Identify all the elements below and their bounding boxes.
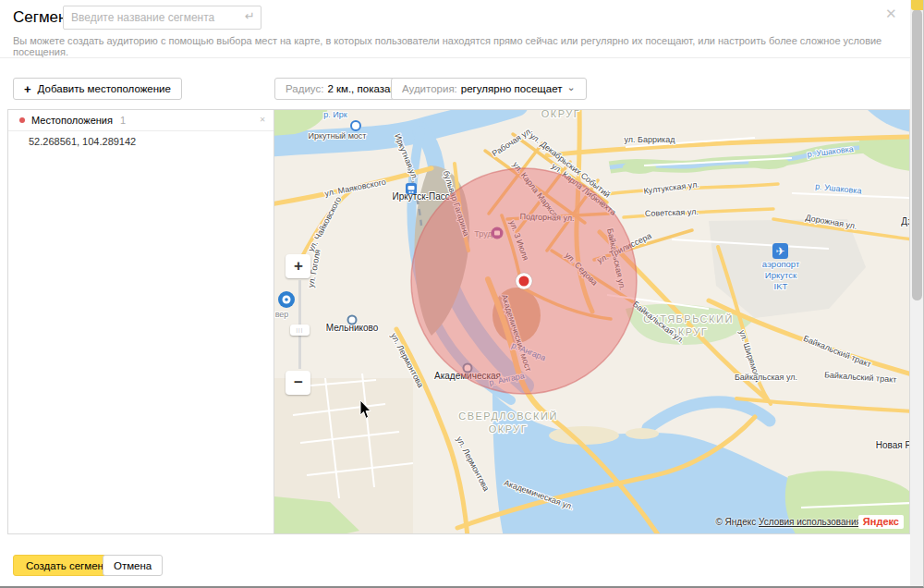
map-label: ОКРУГ xyxy=(541,110,581,119)
map-label: Новая Р xyxy=(876,440,909,450)
map-label: ул. Баррикад xyxy=(625,135,676,144)
yandex-logo[interactable]: Яндекс xyxy=(858,515,904,529)
plus-icon: + xyxy=(24,82,31,96)
locations-panel-header: Местоположения 1 ✕ xyxy=(8,110,274,131)
page-behind-fragment xyxy=(911,0,924,10)
location-coordinates: 52.268561, 104.289142 xyxy=(29,136,136,147)
map-canvas[interactable]: р. Ирк Иркутный мост Иркутная ул. ул. Ма… xyxy=(274,110,909,533)
map-label: СВЕРДЛОВСКИЙ xyxy=(459,410,559,422)
train-station-icon-window xyxy=(408,186,415,190)
map-label: Иркутск-Пасс. xyxy=(393,191,453,202)
map-label: Байкальская ул. xyxy=(735,373,797,382)
chevron-down-icon: ⌄ xyxy=(567,83,576,91)
map-label: Советская ул. xyxy=(645,207,699,218)
zoom-slider-handle[interactable]: ||| xyxy=(290,325,310,336)
divider xyxy=(0,57,910,58)
map-svg: р. Ирк Иркутный мост Иркутная ул. ул. Ма… xyxy=(274,110,909,533)
map-label: ОКРУГ xyxy=(489,423,529,435)
add-location-button[interactable]: + Добавить местоположение xyxy=(13,78,182,100)
segment-name-field-wrap: ↵ xyxy=(63,6,261,30)
zoom-in-button[interactable]: + xyxy=(286,254,310,278)
map-label: аэропорт xyxy=(762,259,800,269)
radius-value: 2 км., показан xyxy=(327,83,395,94)
map-label: Иркутный мост xyxy=(309,131,367,141)
add-location-label: Добавить местоположение xyxy=(38,83,171,94)
segment-name-input[interactable] xyxy=(63,6,261,30)
map-zoom-controls: + ||| − xyxy=(286,254,313,395)
scrollbar-thumb[interactable] xyxy=(912,9,922,300)
map-attribution: © Яндекс Условия использования xyxy=(715,517,861,527)
audience-label: Аудитория: xyxy=(402,83,457,94)
remove-icon[interactable]: ✕ xyxy=(260,116,266,124)
map-label: р. Ирк xyxy=(324,110,347,119)
map-label: IKT xyxy=(774,281,788,291)
close-icon[interactable]: ✕ xyxy=(885,6,897,22)
map-label: Дз xyxy=(902,216,909,227)
station-poi-icon xyxy=(348,316,357,325)
audience-dropdown[interactable]: Аудитория: регулярно посещает ⌄ xyxy=(391,78,587,100)
segment-dialog: Сегмент ↵ ✕ Вы можете создать аудиторию … xyxy=(0,0,924,588)
locations-panel: Местоположения 1 ✕ 52.268561, 104.289142 xyxy=(8,110,274,533)
cancel-button[interactable]: Отмена xyxy=(103,555,163,576)
map-label: Иркутск xyxy=(765,270,797,280)
browser-scrollbar[interactable] xyxy=(910,0,924,588)
locations-header-label: Местоположения xyxy=(31,115,113,126)
location-dot-icon xyxy=(19,117,25,123)
audience-value: регулярно посещает xyxy=(461,83,563,94)
location-marker[interactable] xyxy=(516,273,532,289)
airplane-icon: ✈ xyxy=(776,245,785,258)
bridge-poi-icon xyxy=(351,121,360,130)
zoom-out-button[interactable]: − xyxy=(286,371,310,395)
locations-count: 1 xyxy=(120,115,126,126)
zoom-slider-track[interactable]: ||| xyxy=(298,280,301,369)
terms-link[interactable]: Условия использования xyxy=(759,517,861,527)
radius-label: Радиус: xyxy=(286,83,323,94)
copyright-text: © Яндекс xyxy=(715,517,756,527)
location-list-item[interactable]: 52.268561, 104.289142 xyxy=(8,131,274,152)
content-area: Местоположения 1 ✕ 52.268561, 104.289142 xyxy=(7,109,910,534)
dialog-description: Вы можете создать аудиторию с помощью вы… xyxy=(13,35,891,57)
enter-icon: ↵ xyxy=(245,9,255,23)
